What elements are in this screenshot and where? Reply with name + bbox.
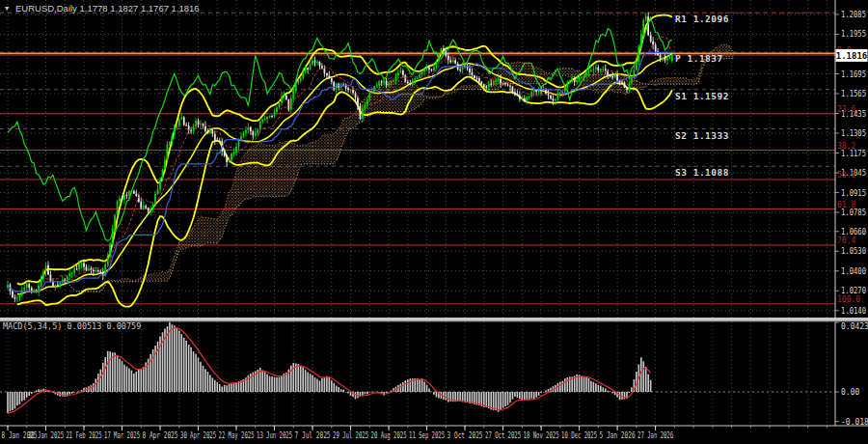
price-axis-label: 1.1955 <box>841 29 866 39</box>
date-axis-label: 13 Jun 2025 <box>257 431 292 440</box>
macd-indicator-label: MACD(5,34,5) 0.00513 0.00759 <box>3 321 141 331</box>
fib-level-label: 61.8 <box>837 201 855 209</box>
macd-panel <box>7 321 651 413</box>
macd-axis-label: -0.01806 <box>841 418 868 427</box>
fib-level-label: 38.2 <box>837 142 855 151</box>
price-axis-label: 1.0270 <box>841 286 866 295</box>
date-axis-label: 30 Jan 2025 <box>28 431 64 440</box>
price-axis-label: 1.0530 <box>841 246 866 256</box>
date-axis-label: 27 Oct 2025 <box>485 431 521 440</box>
date-axis-label: 18 Nov 2025 <box>524 431 559 440</box>
price-axis: 1.20851.19551.18251.16951.15651.14351.13… <box>835 0 868 444</box>
pivot-label-p: P 1.1837 <box>675 53 723 64</box>
fib-level-label: 76.4 <box>837 236 855 245</box>
price-axis-label: 1.0660 <box>841 227 866 236</box>
date-axis-label: 11 Sep 2025 <box>409 431 445 440</box>
date-axis-label: 21 Feb 2025 <box>67 431 102 440</box>
date-axis-label: 17 Mar 2025 <box>104 431 140 440</box>
fib-level-label: 50.0 <box>837 171 855 180</box>
price-axis-label: 1.1305 <box>841 128 866 138</box>
price-axis-label: 1.1565 <box>841 89 866 98</box>
chart-title: EURUSD,Daily 1.1778 1.1827 1.1767 1.1816 <box>15 3 200 14</box>
price-axis-label: 1.1695 <box>841 69 866 79</box>
price-axis-label: 1.0140 <box>841 306 866 316</box>
date-axis-label: 29 Jul 2025 <box>333 431 368 440</box>
date-axis-label: 5 Jan 2026 <box>600 431 636 440</box>
pivot-label-s3: S3 1.1088 <box>675 167 729 178</box>
date-axis-label: 7 Jul 2025 <box>295 431 331 440</box>
date-axis-label: 3 Oct 2025 <box>448 431 483 440</box>
fib-level-label: 100.0 <box>837 295 860 304</box>
pivot-label-r1: R1 1.2096 <box>675 14 729 24</box>
trading-chart-window: R1 1.2096P 1.1837S1 1.1592S2 1.1333S3 1.… <box>0 0 868 444</box>
pivot-label-s2: S2 1.1333 <box>675 130 729 141</box>
current-price-tag: 1.1816 <box>836 51 868 61</box>
ichimoku-cloud <box>69 44 734 291</box>
price-axis-label: 1.2085 <box>841 10 866 19</box>
time-axis: 8 Jan 202530 Jan 202521 Feb 202517 Mar 2… <box>0 318 868 440</box>
date-axis-label: 27 Jan 2026 <box>637 431 673 440</box>
macd-axis-label: 0.04237 <box>841 322 868 331</box>
price-axis-label: 1.0915 <box>841 188 866 198</box>
macd-axis-label: 0.00 <box>841 388 859 397</box>
pivot-label-s1: S1 1.1592 <box>675 91 729 101</box>
price-axis-label: 1.0400 <box>841 266 866 276</box>
symbol-dropdown-icon[interactable]: ▼ <box>5 5 10 13</box>
date-axis-label: 10 Dec 2025 <box>561 431 597 440</box>
bollinger-bands <box>17 15 672 307</box>
date-axis-label: 20 Aug 2025 <box>371 431 407 440</box>
date-axis-label: 8 Apr 2025 <box>143 431 178 440</box>
date-axis-label: 30 Apr 2025 <box>180 431 216 440</box>
price-chart-canvas[interactable]: R1 1.2096P 1.1837S1 1.1592S2 1.1333S3 1.… <box>0 0 868 444</box>
date-axis-label: 22 May 2025 <box>219 431 255 440</box>
fib-level-label: 23.6 <box>837 105 855 114</box>
